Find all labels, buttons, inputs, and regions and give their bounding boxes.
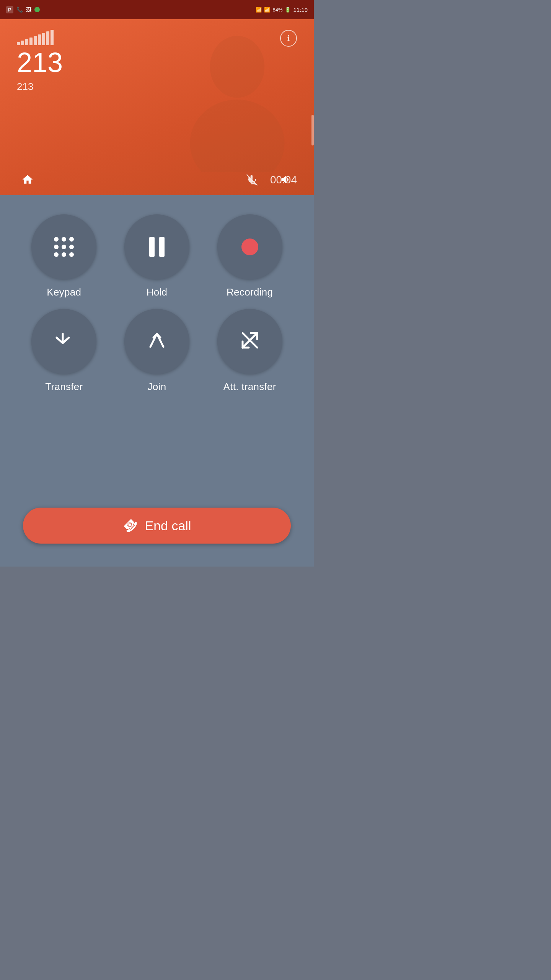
hold-label: Hold — [147, 286, 168, 298]
wifi-icon: 📶 — [256, 7, 262, 13]
header-right-controls — [242, 169, 297, 190]
mute-button[interactable] — [242, 169, 263, 190]
end-call-wrap: ☎ End call — [0, 508, 314, 544]
hold-circle — [124, 214, 189, 279]
phone-icon: 📞 — [16, 7, 23, 13]
recording-circle — [217, 214, 282, 279]
transfer-label: Transfer — [45, 381, 83, 393]
att-transfer-label: Att. transfer — [223, 381, 276, 393]
image-icon: 🖼 — [26, 7, 31, 13]
action-grid: Keypad Hold Recording — [23, 214, 291, 393]
recording-button[interactable]: Recording — [209, 214, 291, 298]
att-transfer-icon — [240, 330, 260, 353]
join-circle — [124, 309, 189, 374]
speaker-icon — [280, 173, 292, 186]
record-icon — [241, 238, 258, 255]
home-button[interactable] — [17, 169, 38, 190]
transfer-button[interactable]: Transfer — [23, 309, 105, 393]
home-icon — [21, 173, 34, 186]
status-bar-right: 📶 📶 84% 🔋 11:19 — [256, 7, 308, 13]
keypad-icon — [54, 237, 74, 257]
svg-point-1 — [190, 100, 285, 172]
signal-bars — [17, 30, 63, 45]
signal-icon: 📶 — [264, 7, 270, 13]
status-bar-left: P 📞 🖼 — [6, 6, 40, 13]
end-call-label: End call — [145, 518, 191, 533]
call-info: 213 213 — [17, 30, 63, 93]
status-bar: P 📞 🖼 📶 📶 84% 🔋 11:19 — [0, 0, 314, 19]
clock: 11:19 — [293, 7, 308, 13]
transfer-icon — [54, 330, 74, 353]
hold-icon — [149, 237, 165, 257]
mute-icon — [246, 173, 259, 186]
keypad-circle — [31, 214, 96, 279]
transfer-circle — [31, 309, 96, 374]
caller-number: 213 — [17, 81, 63, 93]
call-header: 213 213 00:04 ℹ — [0, 19, 314, 195]
main-area: Keypad Hold Recording — [0, 195, 314, 567]
hang-up-icon: ☎ — [120, 515, 141, 536]
caller-name: 213 — [17, 47, 63, 78]
battery-percentage: 84% — [272, 7, 282, 13]
header-controls — [0, 164, 314, 195]
info-icon: ℹ — [287, 34, 290, 43]
active-dot — [34, 7, 40, 12]
join-label: Join — [148, 381, 166, 393]
svg-point-0 — [210, 36, 265, 98]
scroll-handle[interactable] — [311, 115, 314, 145]
info-button[interactable]: ℹ — [280, 30, 297, 47]
app-icon-p: P — [6, 6, 13, 13]
join-icon — [147, 330, 167, 353]
join-button[interactable]: Join — [116, 309, 198, 393]
keypad-label: Keypad — [47, 286, 81, 298]
att-transfer-button[interactable]: Att. transfer — [209, 309, 291, 393]
att-transfer-circle — [217, 309, 282, 374]
battery-icon: 🔋 — [285, 7, 291, 13]
keypad-button[interactable]: Keypad — [23, 214, 105, 298]
end-call-button[interactable]: ☎ End call — [23, 508, 291, 544]
speaker-button[interactable] — [276, 169, 297, 190]
hold-button[interactable]: Hold — [116, 214, 198, 298]
recording-label: Recording — [227, 286, 273, 298]
caller-avatar — [184, 27, 291, 172]
